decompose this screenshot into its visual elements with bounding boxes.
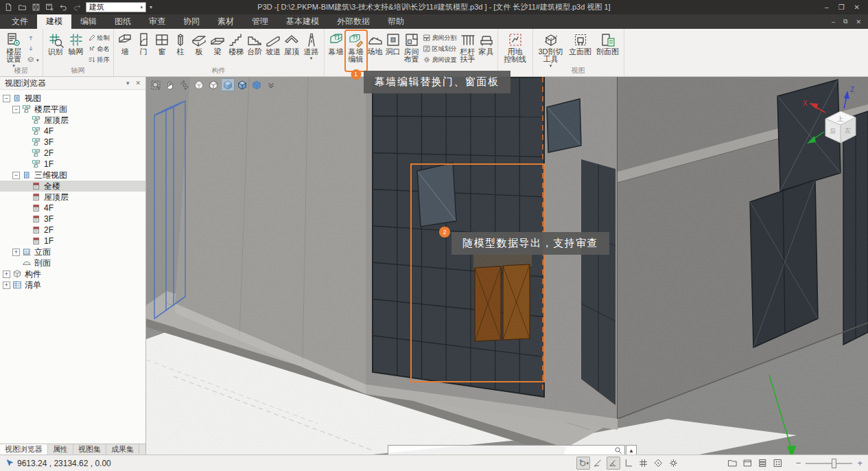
ribbon-small-room-settings[interactable]: 房间设置 bbox=[421, 54, 458, 65]
undo-button[interactable] bbox=[59, 3, 68, 12]
save-button[interactable] bbox=[32, 3, 40, 12]
ribbon-button-curtain-wall-edit[interactable]: 幕墙 编辑1 bbox=[346, 31, 366, 71]
ribbon-button-door[interactable]: 门 bbox=[134, 31, 153, 56]
ribbon-button-roof[interactable]: 屋顶 bbox=[283, 31, 301, 56]
ribbon-button-axis-grid[interactable]: 轴网 bbox=[66, 31, 86, 56]
ribbon-button-steps[interactable]: 台阶 bbox=[246, 31, 264, 56]
status-tool-tile-windows[interactable] bbox=[771, 457, 785, 470]
profile-dropdown[interactable]: 建筑 ▾ bbox=[86, 2, 146, 12]
tree-item-14[interactable]: +立面 bbox=[0, 246, 145, 257]
tree-item-11[interactable]: −3F bbox=[0, 214, 145, 225]
command-search-input[interactable] bbox=[388, 446, 614, 455]
status-tool-reference-point[interactable]: ▾ bbox=[576, 457, 590, 470]
expand-icon[interactable]: + bbox=[3, 271, 10, 278]
ribbon-button-furniture[interactable]: 家具 bbox=[478, 31, 495, 56]
tree-item-9[interactable]: −屋顶层 bbox=[0, 192, 145, 203]
save-as-button[interactable] bbox=[45, 3, 54, 12]
viewport-tool-pan[interactable] bbox=[163, 78, 177, 91]
ribbon-small-name-axis[interactable]: 命名 bbox=[86, 43, 111, 54]
status-tool-angle-snap[interactable] bbox=[607, 457, 620, 470]
ribbon-button-section-view[interactable]: 剖面图 bbox=[594, 31, 622, 56]
panel-menu-icon[interactable]: ▾ bbox=[126, 80, 130, 87]
tree-item-5[interactable]: −2F bbox=[0, 148, 145, 159]
ribbon-small-layer-options[interactable]: ▾ bbox=[25, 54, 40, 65]
tree-item-16[interactable]: +构件 bbox=[0, 268, 145, 279]
doc-minimize-button[interactable]: – bbox=[832, 19, 835, 25]
collapse-icon[interactable]: − bbox=[12, 106, 20, 113]
viewport-tool-hidden-line-style[interactable] bbox=[207, 78, 220, 91]
tree-item-3[interactable]: −4F bbox=[0, 126, 145, 137]
collapse-icon[interactable]: − bbox=[3, 95, 10, 102]
tree-item-10[interactable]: −4F bbox=[0, 203, 145, 214]
viewport-tool-zoom-extents[interactable] bbox=[149, 78, 163, 91]
menu-tab-9[interactable]: 外部数据 bbox=[328, 14, 379, 29]
redo-button[interactable] bbox=[73, 3, 82, 12]
menu-tab-6[interactable]: 素材 bbox=[209, 14, 243, 29]
ribbon-button-site[interactable]: 场地 bbox=[366, 31, 384, 56]
close-button[interactable]: ✕ bbox=[854, 3, 860, 11]
panel-tab-2[interactable]: 视图集 bbox=[73, 444, 106, 455]
menu-tab-4[interactable]: 审查 bbox=[140, 14, 174, 29]
ribbon-button-opening[interactable]: 洞口 bbox=[384, 31, 402, 56]
tree-item-15[interactable]: −剖面 bbox=[0, 257, 145, 268]
menu-tab-2[interactable]: 编辑 bbox=[71, 14, 106, 29]
ribbon-button-3d-section-tool[interactable]: 3D剖切 工具▾ bbox=[535, 31, 567, 68]
ribbon-button-curtain-wall[interactable]: 幕墙 bbox=[327, 31, 346, 56]
ribbon-small-area-divide[interactable]: 区域划分 bbox=[421, 43, 458, 54]
ribbon-button-elevation-view[interactable]: 立面图 bbox=[567, 31, 594, 56]
menu-tab-7[interactable]: 管理 bbox=[243, 14, 277, 29]
doc-restore-button[interactable]: ⧉ bbox=[843, 18, 847, 25]
ribbon-small-sort-axis[interactable]: 排序 bbox=[86, 54, 111, 65]
status-tool-grid-snap[interactable] bbox=[637, 457, 650, 470]
tree-item-6[interactable]: −1F bbox=[0, 159, 145, 170]
viewport-3d-scene[interactable]: X Z 上 后 左 bbox=[146, 77, 868, 455]
restore-button[interactable]: ❐ bbox=[838, 3, 845, 11]
tree-item-8[interactable]: −全楼 bbox=[0, 181, 145, 192]
tree-item-4[interactable]: −3F bbox=[0, 137, 145, 148]
menu-tab-3[interactable]: 图纸 bbox=[106, 14, 140, 29]
zoom-out-icon[interactable]: − bbox=[796, 459, 801, 468]
new-file-button[interactable] bbox=[4, 3, 13, 12]
tree-item-0[interactable]: −视图 bbox=[0, 93, 145, 104]
menu-tab-10[interactable]: 帮助 bbox=[379, 14, 413, 29]
ribbon-button-slab[interactable]: 板 bbox=[190, 31, 209, 56]
viewport-tool-more-view-tools[interactable] bbox=[264, 78, 278, 91]
tree-item-13[interactable]: −1F bbox=[0, 236, 145, 246]
menu-tab-1[interactable]: 建模 bbox=[37, 14, 71, 29]
tree-item-2[interactable]: −屋顶层 bbox=[0, 115, 145, 126]
viewport-tool-wireframe-style[interactable] bbox=[192, 78, 206, 91]
panel-close-icon[interactable]: ✕ bbox=[135, 80, 141, 87]
ribbon-button-column[interactable]: 柱 bbox=[172, 31, 190, 56]
tree-item-12[interactable]: −2F bbox=[0, 225, 145, 236]
ribbon-button-room-layout[interactable]: 房间 布置 bbox=[402, 31, 421, 63]
status-tool-polar-tracking[interactable] bbox=[591, 457, 605, 470]
status-tool-new-project[interactable] bbox=[726, 457, 740, 470]
zoom-slider-track[interactable] bbox=[806, 463, 852, 464]
tree-item-1[interactable]: −楼层平面 bbox=[0, 104, 145, 115]
panel-tab-0[interactable]: 视图浏览器 bbox=[0, 444, 48, 455]
ribbon-button-window[interactable]: 窗 bbox=[153, 31, 172, 56]
tree-item-7[interactable]: −三维视图 bbox=[0, 170, 145, 181]
ribbon-small-move-up[interactable] bbox=[25, 32, 40, 43]
ribbon-button-railing[interactable]: 栏杆 扶手 bbox=[458, 31, 478, 63]
collapse-command-bar-button[interactable]: ▲ bbox=[626, 445, 637, 455]
status-tool-cascade-windows[interactable] bbox=[756, 457, 770, 470]
menu-tab-0[interactable]: 文件 bbox=[3, 14, 37, 29]
expand-icon[interactable]: + bbox=[3, 282, 10, 289]
status-tool-snap-settings[interactable] bbox=[667, 457, 681, 470]
ribbon-button-identify[interactable]: 识别 bbox=[45, 31, 66, 56]
minimize-button[interactable]: – bbox=[825, 3, 829, 11]
toolbar-options-icon[interactable]: ▾ bbox=[150, 4, 152, 10]
viewport-tool-shaded-style[interactable] bbox=[221, 78, 235, 91]
zoom-slider-thumb[interactable] bbox=[832, 459, 836, 468]
open-button[interactable] bbox=[18, 3, 27, 12]
expand-icon[interactable]: + bbox=[12, 249, 20, 256]
viewport[interactable]: X Z 上 后 左 2 随模型数据导出，支持审查 ▲ bbox=[146, 77, 868, 455]
doc-close-button[interactable]: ✕ bbox=[856, 19, 861, 25]
menu-tab-5[interactable]: 协同 bbox=[174, 14, 209, 29]
viewport-tool-realistic-style[interactable] bbox=[250, 78, 263, 91]
ribbon-button-floor-settings[interactable]: 楼层 设置▾ bbox=[2, 31, 25, 68]
ribbon-button-wall[interactable]: 墙 bbox=[116, 31, 134, 56]
ribbon-button-road[interactable]: 道路▾ bbox=[301, 31, 322, 60]
ribbon-small-room-split[interactable]: 房间分割 bbox=[421, 32, 458, 43]
